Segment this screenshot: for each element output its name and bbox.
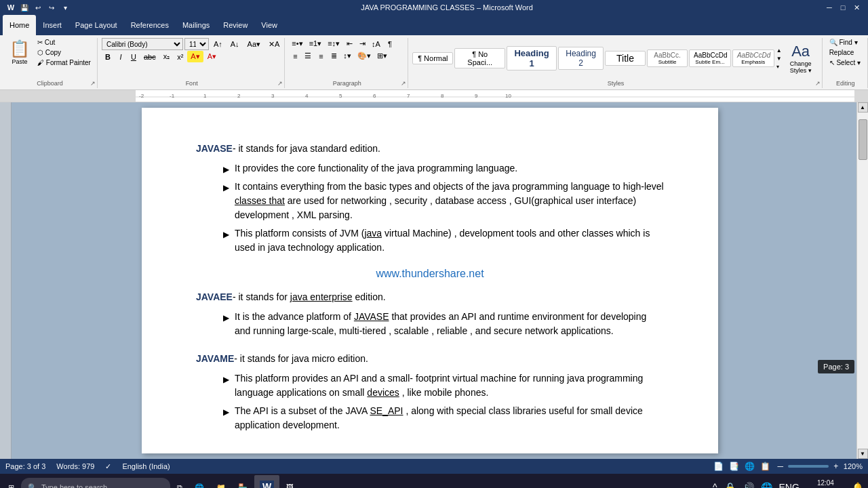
scroll-down-button[interactable]: ▼ [858, 449, 868, 459]
font-color-button[interactable]: A▾ [204, 51, 220, 62]
justify-button[interactable]: ≣ [328, 50, 340, 62]
replace-button[interactable]: Replace [827, 48, 857, 57]
maximize-button[interactable]: □ [837, 1, 849, 14]
styles-scroll-down[interactable]: ▼ [776, 55, 783, 62]
tab-review[interactable]: Review [216, 15, 254, 35]
show-marks-button[interactable]: ¶ [384, 39, 396, 49]
tab-view[interactable]: View [254, 15, 284, 35]
zoom-level[interactable]: 120% [844, 462, 863, 470]
system-clock[interactable]: 12:04 02-06-2020 [804, 479, 847, 488]
paste-button[interactable]: 📋 Paste [5, 38, 34, 66]
clipboard-group-label: Clipboard [3, 80, 97, 87]
minimize-button[interactable]: ─ [823, 1, 835, 14]
style-title[interactable]: Title [605, 51, 646, 66]
styles-scroll-up[interactable]: ▲ [776, 47, 783, 54]
styles-expander[interactable]: ↗ [815, 80, 821, 87]
highlight-button[interactable]: A▾ [187, 51, 203, 62]
bold-button[interactable]: B [102, 52, 114, 62]
tab-mailings[interactable]: Mailings [176, 15, 216, 35]
copy-button[interactable]: ⬡ Copy [35, 48, 93, 57]
multilevel-button[interactable]: ≡↕▾ [325, 38, 342, 49]
style-normal[interactable]: ¶ Normal [412, 52, 453, 64]
undo-button[interactable]: ↩ [33, 2, 43, 13]
bullets-button[interactable]: ≡•▾ [289, 38, 305, 49]
font-name-select[interactable]: Calibri (Body) [102, 38, 183, 50]
indent-increase-button[interactable]: ⇥ [356, 38, 368, 49]
numbering-button[interactable]: ≡1▾ [307, 38, 325, 49]
view-outline-button[interactable]: 📋 [760, 462, 770, 471]
select-button[interactable]: ↖ Select ▾ [827, 58, 863, 67]
style-subtle-emphasis[interactable]: AaBbCcDd Subtle Em... [689, 49, 731, 67]
page-info[interactable]: Page: 3 of 3 [5, 462, 45, 470]
sort-button[interactable]: ↕A [369, 39, 383, 49]
view-fullscreen-button[interactable]: 📑 [729, 462, 739, 471]
taskbar-word[interactable]: W [254, 475, 279, 488]
start-button[interactable]: ⊞ [3, 475, 20, 488]
view-print-button[interactable]: 📄 [713, 462, 724, 471]
font-size-select[interactable]: 11 [184, 38, 209, 50]
clipboard-expander[interactable]: ↗ [90, 80, 96, 87]
superscript-button[interactable]: x² [174, 52, 186, 62]
tab-home[interactable]: Home [3, 15, 36, 35]
save-button[interactable]: 💾 [19, 2, 30, 13]
styles-dropdown[interactable]: ▾ [776, 63, 783, 70]
subscript-button[interactable]: x₂ [160, 51, 174, 62]
align-right-button[interactable]: ≡ [315, 51, 327, 62]
clear-format-button[interactable]: ✕A [265, 39, 283, 50]
style-subtitle[interactable]: AaBbCc. Subtitle [647, 49, 688, 67]
align-left-button[interactable]: ≡ [289, 51, 301, 62]
document-area[interactable]: JAVASE- it stands for java standard edit… [12, 102, 856, 459]
taskbar-photos[interactable]: 🖼 [281, 475, 299, 488]
shading-button[interactable]: 🎨▾ [355, 50, 374, 62]
style-heading1[interactable]: Heading 1 [507, 46, 557, 70]
shrink-font-button[interactable]: A↓ [227, 39, 243, 49]
language[interactable]: English (India) [122, 462, 170, 470]
view-web-button[interactable]: 🌐 [745, 462, 755, 471]
word-count[interactable]: Words: 979 [56, 462, 94, 470]
tray-volume-icon[interactable]: 🔊 [741, 481, 756, 488]
font-expander[interactable]: ↗ [277, 80, 283, 87]
scroll-up-button[interactable]: ▲ [858, 102, 868, 113]
vertical-scrollbar[interactable]: ▲ ▼ [856, 102, 868, 459]
redo-button[interactable]: ↪ [46, 2, 57, 13]
scroll-track[interactable] [858, 113, 868, 449]
line-spacing-button[interactable]: ↕▾ [340, 50, 354, 62]
indent-decrease-button[interactable]: ⇤ [343, 38, 355, 49]
zoom-out-button[interactable]: ─ [776, 462, 785, 471]
taskbar-explorer[interactable]: 📁 [211, 475, 231, 488]
watermark-link[interactable]: www.thundershare.net [376, 268, 484, 279]
underline-button[interactable]: U [127, 52, 140, 62]
tray-network-icon[interactable]: 🌐 [759, 481, 774, 488]
tray-lang[interactable]: ENG [777, 481, 802, 488]
italic-button[interactable]: I [115, 52, 127, 62]
style-no-spacing[interactable]: ¶ No Spaci... [454, 48, 505, 68]
zoom-slider[interactable] [788, 465, 829, 468]
paragraph-expander[interactable]: ↗ [401, 80, 406, 87]
borders-button[interactable]: ⊞▾ [374, 50, 390, 62]
change-case-button[interactable]: Aa▾ [244, 39, 264, 50]
taskbar-store[interactable]: 🏪 [233, 475, 253, 488]
search-bar[interactable]: 🔍 Type here to search [21, 478, 170, 488]
document[interactable]: JAVASE- it stands for java standard edit… [142, 108, 718, 453]
close-button[interactable]: ✕ [850, 1, 863, 14]
tray-lock-icon[interactable]: 🔒 [722, 481, 738, 488]
style-heading2[interactable]: Heading 2 [558, 47, 604, 70]
task-view-button[interactable]: ⧉ [172, 475, 188, 488]
taskbar-edge[interactable]: 🌐 [189, 475, 210, 488]
notification-icon[interactable]: 🔔 [850, 481, 865, 488]
customize-qa-button[interactable]: ▾ [60, 2, 71, 13]
format-painter-button[interactable]: 🖌 Format Painter [35, 58, 93, 67]
tab-references[interactable]: References [124, 15, 176, 35]
grow-font-button[interactable]: A↑ [210, 39, 226, 49]
style-emphasis[interactable]: AaBbCcDd Emphasis [732, 49, 774, 67]
scroll-thumb[interactable] [859, 119, 867, 160]
zoom-in-button[interactable]: + [831, 462, 841, 471]
tab-page-layout[interactable]: Page Layout [68, 15, 124, 35]
tab-insert[interactable]: Insert [36, 15, 68, 35]
change-styles-button[interactable]: Aа ChangeStyles ▾ [784, 41, 818, 75]
find-button[interactable]: 🔍 Find ▾ [827, 38, 861, 47]
align-center-button[interactable]: ☰ [302, 50, 314, 62]
tray-arrow-icon[interactable]: ^ [711, 481, 719, 488]
strikethrough-button[interactable]: abc [140, 52, 159, 62]
cut-button[interactable]: ✂ Cut [35, 38, 93, 47]
